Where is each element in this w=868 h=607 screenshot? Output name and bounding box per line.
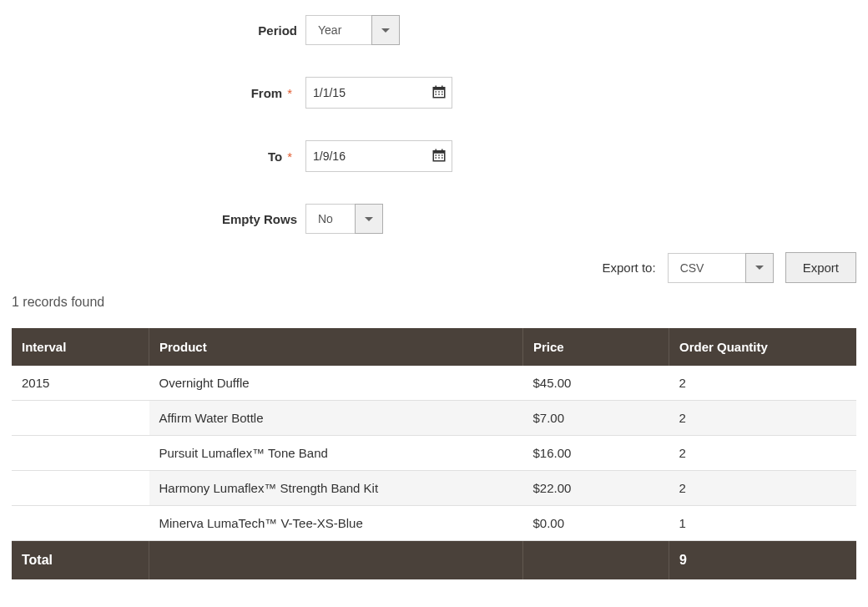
total-qty: 9 bbox=[669, 541, 857, 580]
cell-interval bbox=[12, 471, 149, 506]
empty-rows-select[interactable]: No bbox=[305, 204, 383, 234]
required-asterisk: * bbox=[287, 149, 292, 164]
period-label: Period bbox=[12, 23, 305, 38]
cell-price: $22.00 bbox=[523, 471, 669, 506]
cell-interval bbox=[12, 506, 149, 541]
svg-rect-5 bbox=[438, 91, 440, 93]
report-table: Interval Product Price Order Quantity 20… bbox=[12, 328, 856, 579]
cell-qty: 2 bbox=[669, 471, 857, 506]
table-row: Affirm Water Bottle$7.002 bbox=[12, 401, 856, 436]
cell-qty: 2 bbox=[669, 436, 857, 471]
cell-interval: 2015 bbox=[12, 366, 149, 401]
cell-product: Harmony Lumaflex™ Strength Band Kit bbox=[149, 471, 523, 506]
svg-rect-8 bbox=[438, 94, 440, 95]
total-label: Total bbox=[12, 541, 149, 580]
cell-product: Overnight Duffle bbox=[149, 366, 523, 401]
svg-rect-4 bbox=[436, 91, 437, 93]
to-date-input[interactable]: 1/9/16 bbox=[305, 140, 452, 172]
cell-price: $16.00 bbox=[523, 436, 669, 471]
svg-rect-11 bbox=[433, 150, 445, 153]
svg-rect-7 bbox=[436, 94, 437, 95]
table-row: Harmony Lumaflex™ Strength Band Kit$22.0… bbox=[12, 471, 856, 506]
empty-rows-label: Empty Rows bbox=[12, 212, 305, 226]
table-row: 2015Overnight Duffle$45.002 bbox=[12, 366, 856, 401]
svg-rect-6 bbox=[442, 91, 443, 93]
cell-qty: 2 bbox=[669, 366, 857, 401]
cell-qty: 1 bbox=[669, 506, 857, 541]
svg-rect-9 bbox=[442, 94, 443, 95]
svg-rect-18 bbox=[438, 157, 440, 159]
to-label: To bbox=[268, 149, 282, 164]
export-button[interactable]: Export bbox=[785, 252, 856, 283]
chevron-down-icon[interactable] bbox=[355, 204, 383, 234]
calendar-icon[interactable] bbox=[431, 84, 447, 102]
cell-interval bbox=[12, 436, 149, 471]
svg-rect-17 bbox=[436, 157, 437, 159]
filter-form: Period Year From* 1/1/15 To* bbox=[12, 15, 856, 234]
table-row: Pursuit Lumaflex™ Tone Band$16.002 bbox=[12, 436, 856, 471]
svg-rect-1 bbox=[433, 87, 445, 89]
svg-rect-14 bbox=[436, 154, 437, 156]
cell-product: Minerva LumaTech™ V-Tee-XS-Blue bbox=[149, 506, 523, 541]
from-label: From bbox=[251, 86, 283, 100]
export-to-label: Export to: bbox=[602, 261, 655, 275]
from-date-input[interactable]: 1/1/15 bbox=[305, 77, 452, 109]
cell-price: $0.00 bbox=[523, 506, 669, 541]
cell-interval bbox=[12, 401, 149, 436]
col-interval: Interval bbox=[12, 328, 149, 366]
calendar-icon[interactable] bbox=[431, 148, 447, 165]
period-select[interactable]: Year bbox=[305, 15, 400, 45]
export-bar: Export to: CSV Export bbox=[12, 252, 856, 283]
cell-qty: 2 bbox=[669, 401, 857, 436]
col-qty: Order Quantity bbox=[669, 328, 857, 366]
table-row: Minerva LumaTech™ V-Tee-XS-Blue$0.001 bbox=[12, 506, 856, 541]
cell-price: $7.00 bbox=[523, 401, 669, 436]
svg-rect-15 bbox=[438, 154, 440, 156]
cell-price: $45.00 bbox=[523, 366, 669, 401]
col-price: Price bbox=[523, 328, 669, 366]
records-found-text: 1 records found bbox=[12, 295, 856, 310]
chevron-down-icon[interactable] bbox=[745, 253, 774, 283]
cell-product: Affirm Water Bottle bbox=[149, 401, 523, 436]
chevron-down-icon[interactable] bbox=[371, 15, 400, 45]
cell-product: Pursuit Lumaflex™ Tone Band bbox=[149, 436, 523, 471]
svg-rect-19 bbox=[442, 157, 443, 159]
svg-rect-16 bbox=[442, 154, 443, 156]
export-format-select[interactable]: CSV bbox=[668, 253, 774, 283]
col-product: Product bbox=[149, 328, 523, 366]
required-asterisk: * bbox=[287, 86, 292, 100]
